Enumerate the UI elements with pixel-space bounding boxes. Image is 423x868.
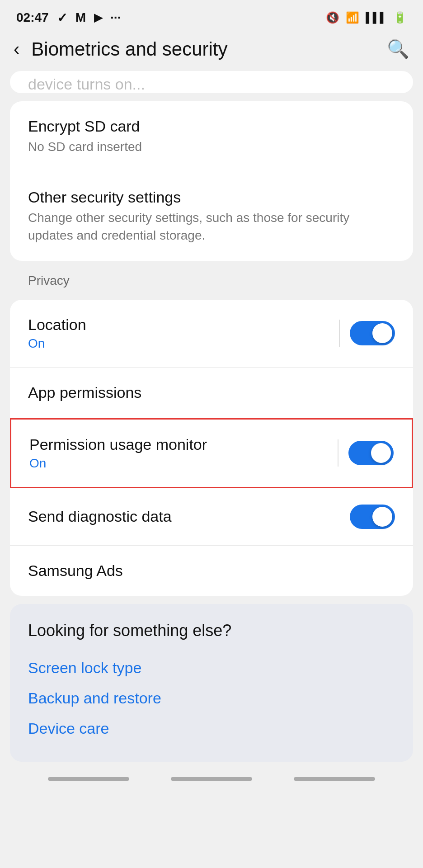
permission-usage-toggle[interactable] <box>348 441 394 465</box>
mute-icon: 🔇 <box>326 11 339 24</box>
location-title: Location <box>28 316 339 334</box>
check-icon: ✓ <box>57 10 67 25</box>
app-permissions-item[interactable]: App permissions <box>10 368 413 418</box>
location-toggle-wrap <box>339 320 395 347</box>
youtube-icon: ▶ <box>94 11 102 24</box>
partial-card: device turns on... <box>10 71 413 93</box>
samsung-ads-title: Samsung Ads <box>28 562 395 580</box>
looking-card: Looking for something else? Screen lock … <box>10 604 413 762</box>
more-icon: ··· <box>110 10 121 25</box>
privacy-card: Location On App permissions Permission u… <box>10 300 413 596</box>
other-security-subtitle: Change other security settings, such as … <box>28 209 395 244</box>
location-toggle-knob <box>372 323 392 343</box>
encrypt-sd-text: Encrypt SD card No SD card inserted <box>28 118 395 156</box>
search-button[interactable]: 🔍 <box>387 38 409 60</box>
app-permissions-title: App permissions <box>28 384 395 401</box>
other-security-title: Other security settings <box>28 189 395 206</box>
content-area: device turns on... Encrypt SD card No SD… <box>0 71 423 762</box>
signal-icon: ▌▌▌ <box>366 12 387 24</box>
status-right: 🔇 📶 ▌▌▌ 🔋 <box>326 11 407 24</box>
encrypt-sd-title: Encrypt SD card <box>28 118 395 135</box>
encrypt-sd-subtitle: No SD card inserted <box>28 138 395 156</box>
top-bar: ‹ Biometrics and security 🔍 <box>0 32 423 71</box>
top-bar-left: ‹ Biometrics and security <box>9 36 227 62</box>
permission-usage-status: On <box>29 456 338 471</box>
diagnostic-data-item[interactable]: Send diagnostic data <box>10 488 413 546</box>
backup-restore-link[interactable]: Backup and restore <box>28 683 395 713</box>
security-card: Encrypt SD card No SD card inserted Othe… <box>10 101 413 261</box>
permission-usage-item[interactable]: Permission usage monitor On <box>10 418 413 488</box>
device-care-link[interactable]: Device care <box>28 713 395 744</box>
partial-item-title: device turns on... <box>28 75 395 93</box>
location-status: On <box>28 336 339 351</box>
permission-usage-text: Permission usage monitor On <box>29 436 338 471</box>
privacy-section-label: Privacy <box>10 269 413 292</box>
divider <box>339 320 340 347</box>
diagnostic-toggle-knob <box>372 507 392 527</box>
status-bar: 02:47 ✓ M ▶ ··· 🔇 📶 ▌▌▌ 🔋 <box>0 0 423 32</box>
wifi-icon: 📶 <box>346 11 359 24</box>
permission-usage-title: Permission usage monitor <box>29 436 338 453</box>
diagnostic-data-text: Send diagnostic data <box>28 508 350 525</box>
encrypt-sd-item[interactable]: Encrypt SD card No SD card inserted <box>10 101 413 172</box>
looking-title: Looking for something else? <box>28 621 395 640</box>
permission-usage-toggle-wrap <box>338 439 394 467</box>
divider2 <box>338 439 338 467</box>
battery-icon: 🔋 <box>393 11 407 24</box>
diagnostic-toggle-wrap <box>350 505 395 529</box>
samsung-ads-item[interactable]: Samsung Ads <box>10 546 413 596</box>
page-title: Biometrics and security <box>31 38 227 60</box>
diagnostic-data-title: Send diagnostic data <box>28 508 350 525</box>
location-toggle[interactable] <box>350 321 395 345</box>
samsung-ads-text: Samsung Ads <box>28 562 395 580</box>
nav-pill-2 <box>171 777 252 781</box>
diagnostic-toggle[interactable] <box>350 505 395 529</box>
permission-usage-toggle-knob <box>371 443 391 463</box>
mail-icon: M <box>75 10 86 25</box>
time-display: 02:47 <box>16 10 49 25</box>
location-item[interactable]: Location On <box>10 300 413 368</box>
back-button[interactable]: ‹ <box>9 36 24 62</box>
nav-pill-1 <box>48 777 129 781</box>
status-left: 02:47 ✓ M ▶ ··· <box>16 10 121 25</box>
screen-lock-link[interactable]: Screen lock type <box>28 653 395 683</box>
other-security-item[interactable]: Other security settings Change other sec… <box>10 172 413 260</box>
bottom-nav <box>0 766 423 788</box>
nav-pill-3 <box>294 777 375 781</box>
other-security-text: Other security settings Change other sec… <box>28 189 395 244</box>
app-permissions-text: App permissions <box>28 384 395 401</box>
location-text: Location On <box>28 316 339 351</box>
